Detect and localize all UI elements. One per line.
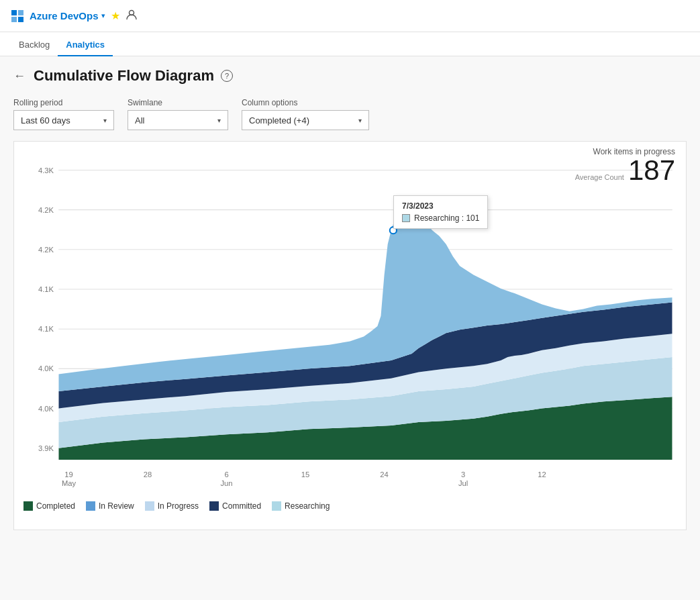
svg-text:24: 24 bbox=[380, 470, 388, 479]
legend-color-in-progress bbox=[145, 501, 154, 511]
help-icon[interactable]: ? bbox=[221, 70, 233, 82]
chevron-icon[interactable]: ▾ bbox=[101, 11, 105, 20]
svg-text:19: 19 bbox=[64, 470, 72, 479]
svg-text:3: 3 bbox=[461, 470, 465, 479]
svg-text:28: 28 bbox=[144, 470, 152, 479]
svg-text:4.1K: 4.1K bbox=[38, 325, 54, 333]
svg-text:May: May bbox=[62, 479, 77, 487]
legend-committed: Committed bbox=[209, 501, 261, 511]
legend-label-in-progress: In Progress bbox=[158, 501, 199, 511]
svg-text:12: 12 bbox=[538, 470, 546, 479]
svg-rect-3 bbox=[18, 17, 23, 22]
svg-rect-2 bbox=[11, 17, 17, 22]
legend-label-committed: Committed bbox=[222, 501, 261, 511]
page-title: Cumulative Flow Diagram bbox=[34, 67, 214, 85]
swimlane-arrow: ▾ bbox=[217, 117, 221, 124]
legend-completed: Completed bbox=[23, 501, 75, 511]
svg-text:3.9K: 3.9K bbox=[38, 444, 54, 452]
svg-text:4.2K: 4.2K bbox=[38, 206, 54, 214]
legend-in-review: In Review bbox=[86, 501, 134, 511]
svg-text:4.2K: 4.2K bbox=[38, 246, 54, 254]
svg-text:4.1K: 4.1K bbox=[38, 285, 54, 293]
legend-color-in-review bbox=[86, 501, 95, 511]
svg-text:6: 6 bbox=[224, 470, 228, 479]
top-bar: Azure DevOps ▾ ★ bbox=[0, 0, 700, 32]
svg-text:4.0K: 4.0K bbox=[38, 364, 54, 372]
legend-label-completed: Completed bbox=[36, 501, 75, 511]
chart-stats: Work items in progress Average Count 187 bbox=[575, 147, 675, 185]
svg-text:4.0K: 4.0K bbox=[38, 405, 54, 413]
chart-svg-area[interactable]: 4.3K 4.2K 4.2K 4.1K 4.1K 4.0K 4.0K 3.9K bbox=[21, 155, 679, 491]
rolling-period-value: Last 60 days bbox=[21, 115, 70, 126]
app-name[interactable]: Azure DevOps bbox=[30, 10, 99, 21]
legend-color-completed bbox=[23, 501, 33, 511]
legend-color-committed bbox=[209, 501, 219, 511]
back-button[interactable]: ← bbox=[13, 69, 26, 83]
svg-rect-0 bbox=[11, 10, 17, 15]
svg-text:Jun: Jun bbox=[221, 479, 233, 487]
svg-point-27 bbox=[390, 227, 397, 234]
svg-rect-1 bbox=[18, 10, 23, 15]
stats-sublabel: Average Count bbox=[575, 173, 624, 181]
chart-container: Work items in progress Average Count 187 bbox=[13, 141, 687, 530]
swimlane-value: All bbox=[135, 115, 144, 126]
page-content: ← Cumulative Flow Diagram ? Rolling peri… bbox=[0, 56, 700, 600]
person-icon[interactable] bbox=[126, 9, 138, 23]
swimlane-select[interactable]: All ▾ bbox=[128, 110, 228, 130]
title-row: ← Cumulative Flow Diagram ? bbox=[13, 67, 687, 85]
rolling-period-arrow: ▾ bbox=[103, 117, 107, 124]
legend-color-researching bbox=[272, 501, 281, 511]
svg-text:15: 15 bbox=[301, 470, 309, 479]
column-options-filter: Column options Completed (+4) ▾ bbox=[242, 98, 369, 130]
tab-backlog[interactable]: Backlog bbox=[11, 34, 58, 56]
column-options-arrow: ▾ bbox=[358, 117, 362, 124]
rolling-period-select[interactable]: Last 60 days ▾ bbox=[13, 110, 114, 130]
legend-row: Completed In Review In Progress Committe… bbox=[21, 496, 679, 516]
rolling-period-label: Rolling period bbox=[13, 98, 114, 107]
column-options-select[interactable]: Completed (+4) ▾ bbox=[242, 110, 369, 130]
tab-analytics[interactable]: Analytics bbox=[58, 34, 113, 56]
column-options-label: Column options bbox=[242, 98, 369, 107]
legend-researching: Researching bbox=[272, 501, 330, 511]
legend-label-in-review: In Review bbox=[99, 501, 134, 511]
swimlane-label: Swimlane bbox=[128, 98, 228, 107]
legend-in-progress: In Progress bbox=[145, 501, 199, 511]
nav-tabs: Backlog Analytics bbox=[0, 32, 700, 56]
stats-value: 187 bbox=[628, 156, 675, 185]
app-icon bbox=[11, 9, 24, 23]
rolling-period-filter: Rolling period Last 60 days ▾ bbox=[13, 98, 114, 130]
svg-text:Jul: Jul bbox=[458, 479, 468, 487]
legend-label-researching: Researching bbox=[285, 501, 330, 511]
favorite-icon[interactable]: ★ bbox=[111, 9, 120, 22]
filters-row: Rolling period Last 60 days ▾ Swimlane A… bbox=[13, 98, 687, 130]
svg-text:4.3K: 4.3K bbox=[38, 166, 54, 174]
swimlane-filter: Swimlane All ▾ bbox=[128, 98, 228, 130]
column-options-value: Completed (+4) bbox=[249, 115, 309, 126]
